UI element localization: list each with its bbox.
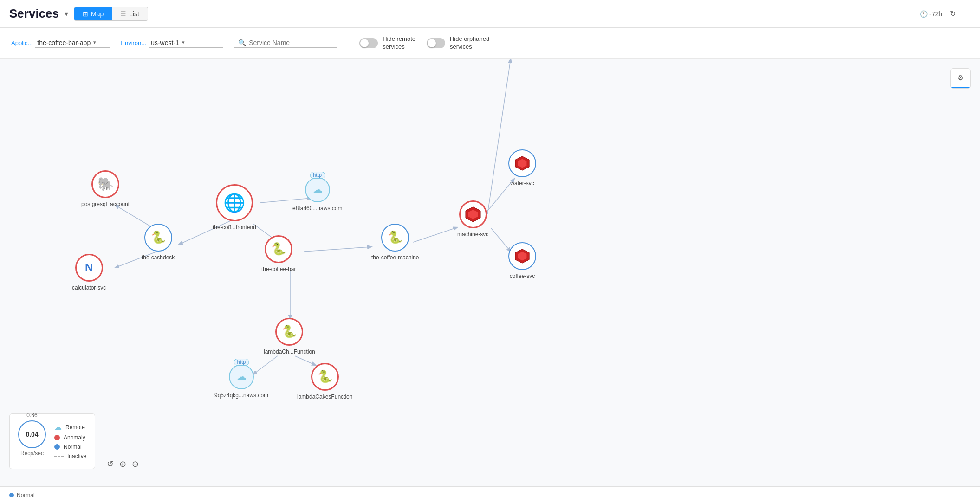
legend-normal-dot xyxy=(54,444,60,450)
python-icon: 🐍 xyxy=(151,230,166,245)
node-label-postgresql: postgresql_account xyxy=(81,201,130,207)
app-caret: ▾ xyxy=(93,39,96,45)
node-circle-machinesvc xyxy=(459,200,487,228)
node-circle-coffeemachine: 🐍 xyxy=(381,224,409,252)
node-label-calculator: calculator-svc xyxy=(72,284,106,291)
status-dot xyxy=(9,493,14,497)
more-options-icon[interactable]: ⋮ xyxy=(963,9,971,18)
cloud-legend-icon: ☁ xyxy=(54,423,62,432)
app-filter-label[interactable]: Applic... xyxy=(11,39,32,46)
legend-req-top: 0.66 xyxy=(26,412,37,419)
env-select[interactable]: us-west-1 ▾ xyxy=(149,38,223,48)
filter-bar: Applic... the-coffee-bar-app ▾ Environ..… xyxy=(0,28,980,59)
env-caret: ▾ xyxy=(182,39,185,45)
legend-item-normal: Normal xyxy=(54,444,86,450)
app-filter: Applic... the-coffee-bar-app ▾ xyxy=(11,38,110,48)
refresh-icon[interactable]: ↻ xyxy=(950,9,956,18)
node-circle-frontend: 🌐 xyxy=(216,184,253,221)
node-lambdach[interactable]: 🐍 lambdaCh...Function xyxy=(264,318,315,355)
node-circle-9q5z4: http ☁ xyxy=(229,364,254,389)
legend-body: 0.66 0.04 Reqs/sec ☁ Remote Anomaly xyxy=(18,420,86,462)
node-label-frontend: the-coff...frontend xyxy=(213,224,256,231)
http-badge-2: http xyxy=(234,359,249,366)
node-machinesvc[interactable]: machine-svc xyxy=(457,200,488,238)
node-e8farl60[interactable]: http ☁ e8farl60...naws.com xyxy=(292,177,342,212)
node-coffeebar[interactable]: 🐍 the-coffee-bar xyxy=(261,235,296,272)
status-bar: Normal xyxy=(0,486,980,497)
node-watersvc[interactable]: water-svc xyxy=(508,149,536,187)
node-label-lambdach: lambdaCh...Function xyxy=(264,348,315,355)
graph-edges-svg xyxy=(0,59,980,497)
node-circle-coffeesvc xyxy=(508,242,536,270)
settings-toolbar-button[interactable]: ⚙ xyxy=(951,69,970,88)
python-icon-2: 🐍 xyxy=(271,242,286,256)
node-label-machinesvc: machine-svc xyxy=(457,231,488,238)
svg-line-7 xyxy=(413,227,457,242)
legend-inactive-line xyxy=(54,456,64,457)
service-search[interactable]: 🔍 xyxy=(234,38,337,48)
hide-remote-toggle[interactable] xyxy=(359,38,378,48)
hide-remote-toggle-group: Hide remoteservices xyxy=(359,35,415,51)
zoom-in-button[interactable]: ⊕ xyxy=(119,459,126,469)
legend-item-anomaly: Anomaly xyxy=(54,434,86,441)
service-map-canvas[interactable]: 🐘 postgresql_account 🐍 the-cashdesk N ca… xyxy=(0,59,980,497)
cloud-icon-2: ☁ xyxy=(236,371,247,383)
node-coffeesvc[interactable]: coffee-svc xyxy=(508,242,536,279)
node-frontend[interactable]: 🌐 the-coff...frontend xyxy=(213,184,256,231)
list-view-button[interactable]: ☰ List xyxy=(112,7,148,20)
node-circle-lambdach: 🐍 xyxy=(275,318,303,346)
title-caret[interactable]: ▾ xyxy=(65,9,68,18)
reset-zoom-button[interactable]: ↺ xyxy=(107,459,114,469)
cloud-icon: ☁ xyxy=(312,184,323,196)
search-input[interactable] xyxy=(249,39,333,46)
node-cashdesk[interactable]: 🐍 the-cashdesk xyxy=(142,224,175,261)
svg-line-6 xyxy=(304,247,371,252)
status-text: Normal xyxy=(17,492,35,497)
ruby-icon-2 xyxy=(514,155,530,171)
globe-icon: 🌐 xyxy=(223,193,245,213)
legend-inactive-label: Inactive xyxy=(67,453,86,459)
ruby-icon-3 xyxy=(514,248,530,264)
python-icon-3: 🐍 xyxy=(388,230,402,245)
time-range[interactable]: 🕐 -72h xyxy=(920,10,942,18)
node-label-watersvc: water-svc xyxy=(510,180,534,187)
page-title: Services xyxy=(9,6,59,21)
node-circle-watersvc xyxy=(508,149,536,177)
node-label-lambdacakes: lambdaCakesFunction xyxy=(297,393,352,400)
hide-orphaned-label: Hide orphanedservices xyxy=(450,35,489,51)
zoom-out-button[interactable]: ⊖ xyxy=(132,459,139,469)
node-circle-coffeebar: 🐍 xyxy=(265,235,292,263)
app-select[interactable]: the-coffee-bar-app ▾ xyxy=(35,38,110,48)
node-9q5z4[interactable]: http ☁ 9q5z4qkg...naws.com xyxy=(214,364,268,399)
node-postgresql[interactable]: 🐘 postgresql_account xyxy=(81,170,130,207)
env-filter-label[interactable]: Environ... xyxy=(121,39,146,46)
map-toolbar: ⚙ xyxy=(950,68,971,89)
header-right: 🕐 -72h ↻ ⋮ xyxy=(920,9,971,18)
hide-orphaned-toggle[interactable] xyxy=(427,38,445,48)
search-icon: 🔍 xyxy=(238,39,246,46)
python-icon-4: 🐍 xyxy=(282,324,297,339)
zoom-controls: ↺ ⊕ ⊖ xyxy=(107,459,139,469)
svg-line-8 xyxy=(487,59,511,214)
node-circle-e8farl60: http ☁ xyxy=(305,177,330,202)
divider xyxy=(348,36,348,50)
env-value: us-west-1 xyxy=(151,39,179,46)
legend-circle: 0.04 xyxy=(18,420,46,448)
python-icon-5: 🐍 xyxy=(318,369,332,384)
node-calculator[interactable]: N calculator-svc xyxy=(72,254,106,291)
node-label-coffeebar: the-coffee-bar xyxy=(261,266,296,272)
legend-req-label: Reqs/sec xyxy=(18,450,46,457)
legend-item-inactive: Inactive xyxy=(54,453,86,459)
legend-remote-label: Remote xyxy=(65,424,85,431)
node-lambdacakes[interactable]: 🐍 lambdaCakesFunction xyxy=(297,363,352,400)
map-icon: ⊞ xyxy=(83,10,88,18)
node-label-coffeemachine: the-coffee-machine xyxy=(371,254,419,261)
map-view-button[interactable]: ⊞ Map xyxy=(74,7,112,20)
legend-normal-label: Normal xyxy=(64,444,82,450)
node-label-9q5z4: 9q5z4qkg...naws.com xyxy=(214,392,268,399)
postgres-icon: 🐘 xyxy=(97,176,114,192)
header: Services ▾ ⊞ Map ☰ List 🕐 -72h ↻ ⋮ xyxy=(0,0,980,28)
node-coffeemachine[interactable]: 🐍 the-coffee-machine xyxy=(371,224,419,261)
list-icon: ☰ xyxy=(120,10,126,18)
hide-remote-label: Hide remoteservices xyxy=(383,35,415,51)
